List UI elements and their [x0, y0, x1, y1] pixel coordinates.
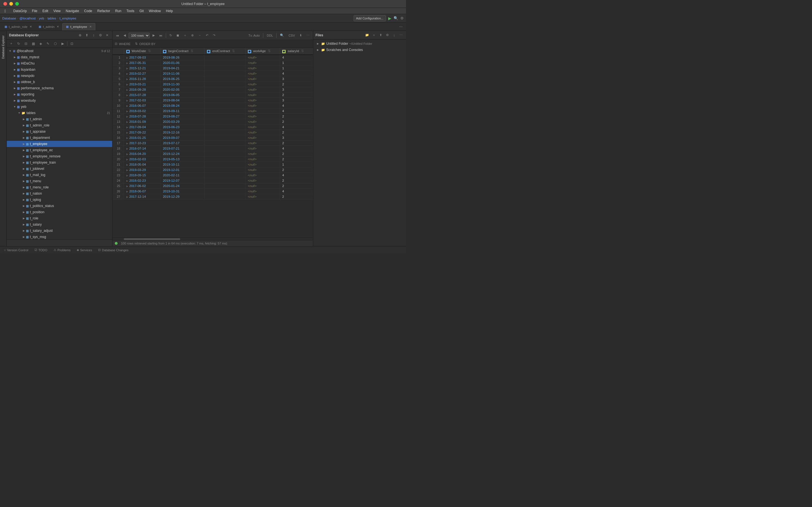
add-row-button[interactable]: ＋: [182, 33, 188, 39]
bottom-tab-db-changes[interactable]: ⊡ Database Changes: [95, 247, 131, 253]
cell-begincontract[interactable]: 2019-12-01: [160, 167, 204, 173]
cell-workage[interactable]: <null>: [245, 114, 280, 119]
close-button[interactable]: [3, 2, 7, 6]
cell-endcontract[interactable]: [204, 60, 245, 66]
search-icon[interactable]: 🔍: [394, 16, 398, 20]
tree-item-hidachu[interactable]: ▶ ▦ HiDaChu: [7, 60, 112, 66]
cell-workdate[interactable]: ▶2016-02-03: [124, 157, 160, 162]
add-configuration-button[interactable]: Add Configuration...: [354, 15, 386, 21]
apple-menu[interactable]: : [2, 8, 8, 14]
cell-salaryid[interactable]: 4: [280, 146, 313, 151]
bottom-tab-todo[interactable]: ☑ TODO: [32, 247, 50, 253]
search-button[interactable]: 🔍: [278, 33, 286, 39]
tree-item-t-salary-adjust[interactable]: ▶ ▦ t_salary_adjust: [7, 228, 112, 234]
cell-endcontract[interactable]: [204, 157, 245, 162]
cell-workage[interactable]: <null>: [245, 119, 280, 124]
rows-per-page-select[interactable]: 100 rows 50 rows 500 rows: [129, 33, 150, 38]
tab-employee-close[interactable]: ✕: [89, 25, 92, 28]
cell-workdate[interactable]: ▶2016-02-23: [124, 178, 160, 183]
menu-datagrip[interactable]: DataGrip: [11, 8, 29, 13]
horizontal-scrollbar[interactable]: [112, 238, 313, 240]
cell-workdate[interactable]: ▶2017-05-31: [124, 60, 160, 66]
cell-endcontract[interactable]: [204, 87, 245, 93]
tab-admin-close[interactable]: ✕: [57, 25, 59, 28]
cell-workage[interactable]: <null>: [245, 183, 280, 189]
cell-begincontract[interactable]: 2019-08-26: [160, 55, 204, 60]
tree-item-t-employee-ec[interactable]: ▶ ▦ t_employee_ec: [7, 147, 112, 153]
cell-workage[interactable]: <null>: [245, 140, 280, 146]
cell-salaryid[interactable]: 4: [280, 173, 313, 178]
col-workage[interactable]: ▦ workAge ⇅: [245, 48, 280, 55]
tree-item-t-menu-role[interactable]: ▶ ▦ t_menu_role: [7, 184, 112, 190]
cell-begincontract[interactable]: 2019-06-23: [160, 124, 204, 130]
cell-endcontract[interactable]: [204, 119, 245, 124]
cell-workdate[interactable]: ▶2017-12-14: [124, 194, 160, 200]
run-icon[interactable]: ▶: [388, 16, 391, 20]
toggle-icon[interactable]: ⊟: [22, 40, 29, 47]
menu-run[interactable]: Run: [113, 8, 123, 13]
cell-workdate[interactable]: ▶2017-09-03: [124, 55, 160, 60]
cell-workage[interactable]: <null>: [245, 194, 280, 200]
table-row[interactable]: 24 ▶2016-02-23 2019-12-07 <null> 2: [112, 178, 313, 183]
cell-endcontract[interactable]: [204, 82, 245, 87]
tree-item-t-nation[interactable]: ▶ ▦ t_nation: [7, 190, 112, 196]
rp-collapse-icon[interactable]: ⬆: [378, 33, 384, 38]
cell-salaryid[interactable]: 3: [280, 76, 313, 82]
cell-workdate[interactable]: ▶2016-06-07: [124, 103, 160, 108]
tree-item-t-salary[interactable]: ▶ ▦ t_salary: [7, 221, 112, 228]
table-row[interactable]: 10 ▶2016-06-07 2019-08-24 <null> 4: [112, 103, 313, 108]
tab-admin-role-close[interactable]: ✕: [30, 25, 32, 28]
cell-workage[interactable]: <null>: [245, 87, 280, 93]
menu-help[interactable]: Help: [163, 8, 175, 13]
cell-salaryid[interactable]: 4: [280, 124, 313, 130]
table-row[interactable]: 9 ▶2017-02-03 2019-08-04 <null> 3: [112, 98, 313, 103]
first-page-button[interactable]: ⏮: [114, 33, 121, 39]
settings-icon[interactable]: ⚙: [400, 16, 404, 20]
table-row[interactable]: 15 ▶2017-09-22 2019-12-16 <null> 2: [112, 130, 313, 135]
more-button[interactable]: ⋯: [305, 33, 311, 39]
cell-salaryid[interactable]: 1: [280, 60, 313, 66]
cell-salaryid[interactable]: 2: [280, 157, 313, 162]
files-item-scratches[interactable]: ▶ 📁 Scratches and Consoles: [313, 47, 406, 53]
cell-begincontract[interactable]: 2019-12-07: [160, 178, 204, 183]
cell-workdate[interactable]: ▶2016-04-20: [124, 151, 160, 157]
csv-button[interactable]: CSV: [287, 33, 297, 39]
cell-begincontract[interactable]: 2020-01-24: [160, 183, 204, 189]
cell-endcontract[interactable]: [204, 66, 245, 71]
cell-salaryid[interactable]: 2: [280, 130, 313, 135]
cell-workdate[interactable]: ▶2017-09-22: [124, 130, 160, 135]
tree-item-t-admin-role[interactable]: ▶ ▦ t_admin_role: [7, 122, 112, 128]
table-row[interactable]: 27 ▶2017-12-14 2019-12-29 <null> 2: [112, 194, 313, 200]
cell-salaryid[interactable]: 4: [280, 71, 313, 76]
cell-begincontract[interactable]: 2019-12-29: [160, 194, 204, 200]
scrollbar-thumb[interactable]: [124, 238, 180, 240]
settings-icon[interactable]: ⚙: [98, 33, 103, 38]
cell-endcontract[interactable]: [204, 183, 245, 189]
table-row[interactable]: 3 ▶2015-12-21 2019-04-21 <null> 1: [112, 66, 313, 71]
menu-git[interactable]: Git: [137, 8, 146, 13]
cell-workage[interactable]: <null>: [245, 98, 280, 103]
clone-row-button[interactable]: ⊕: [190, 33, 195, 39]
cell-endcontract[interactable]: [204, 162, 245, 167]
maximize-button[interactable]: [15, 2, 19, 6]
tree-item-localhost[interactable]: ▼ 🖥 @localhost 9 of 12: [7, 48, 112, 54]
table-row[interactable]: 12 ▶2018-07-28 2019-08-27 <null> 2: [112, 114, 313, 119]
bottom-tab-version-control[interactable]: ⑂ Version Control: [1, 247, 31, 253]
table-row[interactable]: 13 ▶2018-01-09 2020-03-29 <null> 2: [112, 119, 313, 124]
cell-begincontract[interactable]: 2019-09-07: [160, 135, 204, 140]
cell-salaryid[interactable]: 2: [280, 178, 313, 183]
tab-admin[interactable]: ▦ t_admin ✕: [35, 23, 62, 31]
cell-endcontract[interactable]: [204, 114, 245, 119]
cell-salaryid[interactable]: 2: [280, 194, 313, 200]
cell-workdate[interactable]: ▶2016-09-28: [124, 87, 160, 93]
cell-workdate[interactable]: ▶2015-07-28: [124, 93, 160, 98]
cell-salaryid[interactable]: 4: [280, 189, 313, 194]
revert-button[interactable]: ↶: [204, 33, 210, 39]
cell-salaryid[interactable]: 2: [280, 93, 313, 98]
table-row[interactable]: 1 ▶2017-09-03 2019-08-26 <null> 4: [112, 55, 313, 60]
cell-endcontract[interactable]: [204, 189, 245, 194]
close-icon[interactable]: ✕: [104, 33, 110, 38]
cell-workdate[interactable]: ▶2018-09-15: [124, 173, 160, 178]
cell-endcontract[interactable]: [204, 76, 245, 82]
table-row[interactable]: 5 ▶2016-11-28 2019-06-25 <null> 3: [112, 76, 313, 82]
